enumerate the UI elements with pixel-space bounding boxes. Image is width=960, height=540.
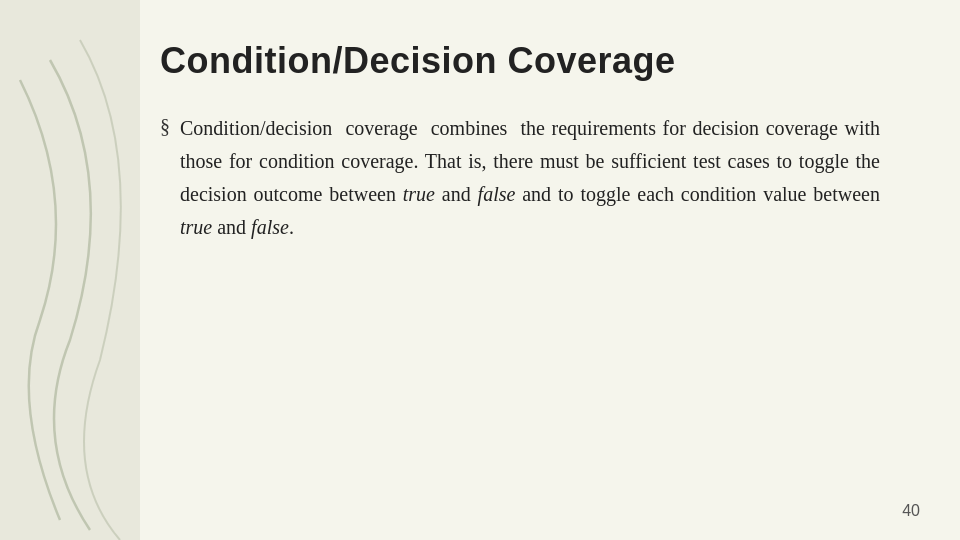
bullet-section: § Condition/decision coverage combines t… bbox=[160, 112, 880, 244]
bullet-symbol: § bbox=[160, 115, 170, 138]
slide: Condition/Decision Coverage § Condition/… bbox=[0, 0, 960, 540]
bullet-text: Condition/decision coverage combines the… bbox=[180, 112, 880, 244]
page-number: 40 bbox=[902, 502, 920, 520]
slide-title: Condition/Decision Coverage bbox=[160, 40, 880, 82]
decorative-curves bbox=[0, 0, 140, 540]
